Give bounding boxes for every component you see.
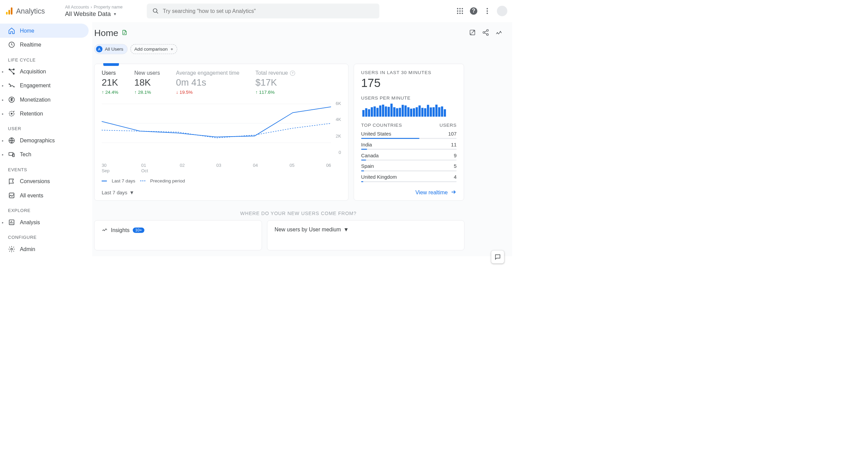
view-realtime-link[interactable]: View realtime [361,189,457,196]
segment-chip[interactable]: A All Users [94,44,127,54]
view-selector-label: All Website Data [65,11,111,18]
nav-retention[interactable]: ▸ Retention [0,107,89,121]
country-row[interactable]: Canada9 [361,150,457,161]
metric-value: $17K [256,77,295,88]
nav-home[interactable]: Home [0,24,89,38]
country-row[interactable]: United Kingdom4 [361,171,457,182]
share-icon[interactable] [482,29,489,37]
minute-bar [371,107,373,117]
nav-conversions[interactable]: Conversions [0,174,89,188]
nav-demographics[interactable]: ▸ Demographics [0,134,89,147]
breadcrumb-property[interactable]: Property name [94,4,123,10]
nav-monetization[interactable]: ▸ Monetization [0,93,89,107]
insights-icon[interactable] [495,29,502,37]
metric-label: Average engagement time [176,70,240,76]
minute-bar [416,107,418,117]
metric-value: 0m 41s [176,77,240,88]
svg-point-39 [500,31,501,32]
minute-bar [393,107,395,117]
minute-bar [374,106,376,117]
chart-legend: Last 7 days Preceding period [102,178,341,184]
origin-dropdown[interactable]: New users by User medium ▼ [275,227,457,233]
country-row[interactable]: United States107 [361,128,457,139]
add-comparison-button[interactable]: Add comparison + [131,44,177,54]
page-title: Home [94,28,118,38]
more-vert-icon[interactable] [483,7,491,15]
svg-point-13 [462,13,463,14]
minute-bar [382,105,384,117]
x-tick: 30Sep [102,163,109,174]
period-selector[interactable]: Last 7 days ▼ [102,190,341,195]
minute-bar [396,108,398,117]
arrow-right-icon [451,189,457,196]
nav-label: Acquisition [20,68,46,74]
nav-all-events[interactable]: All events [0,189,89,202]
countries-header: TOP COUNTRIES USERS [361,123,457,128]
svg-rect-30 [13,154,14,157]
insights-card[interactable]: Insights 10+ [94,220,262,250]
nav-label: Engagement [20,83,50,89]
search-input[interactable] [163,8,374,14]
minute-bar [433,107,435,117]
origin-dropdown-label: New users by User medium [275,227,341,233]
nav-engagement[interactable]: ▸ Engagement [0,78,89,92]
nav-label: Tech [20,152,31,158]
account-selector[interactable]: All Accounts › Property name All Website… [65,4,145,18]
minute-bar [399,108,401,117]
nav-admin[interactable]: Admin [0,242,89,256]
page-status-icon [122,30,128,36]
svg-point-17 [487,10,488,12]
svg-point-37 [487,34,488,35]
chevron-down-icon: ▼ [343,227,349,233]
metric-label: Total revenue ? [256,70,295,76]
svg-point-11 [457,13,458,14]
metric-label: Users [102,70,118,76]
sidebar: Home Realtime LIFE CYCLE ▸ Acquisition ▸… [0,22,92,256]
insights-sparkle-icon [102,227,108,234]
minute-bar [421,108,423,117]
minute-bar [410,109,412,117]
product-logo[interactable]: Analytics [5,6,61,15]
insights-badge: 10+ [133,228,144,233]
section-title-lifecycle: LIFE CYCLE [0,52,92,65]
minute-bar [368,109,370,117]
realtime-title: USERS IN LAST 30 MINUTES [361,70,457,75]
country-row[interactable]: India11 [361,139,457,150]
help-icon[interactable]: ? [290,70,295,75]
avatar[interactable] [497,6,507,16]
nav-label: Admin [20,246,35,252]
help-icon[interactable]: ? [470,7,478,15]
svg-rect-1 [8,10,10,15]
svg-point-16 [487,8,488,10]
feedback-fab[interactable] [491,250,504,263]
customize-icon[interactable] [469,29,476,37]
country-name: Canada [361,153,379,158]
svg-point-23 [9,84,10,85]
insights-label: Insights [111,227,129,233]
segment-label: All Users [105,47,123,52]
nav-analysis[interactable]: ▸ Analysis [0,215,89,229]
svg-point-24 [14,87,14,87]
nav-label: Analysis [20,219,40,225]
apps-icon[interactable] [456,7,464,15]
metric-users[interactable]: Users 21K↑ 24.4% [102,70,118,95]
section-title-events: EVENTS [0,162,92,175]
minute-bar [424,108,426,117]
search-box[interactable] [147,4,379,19]
view-selector[interactable]: All Website Data ▼ [65,11,145,18]
nav-realtime[interactable]: Realtime [0,38,89,52]
nav-acquisition[interactable]: ▸ Acquisition [0,65,89,78]
country-bar [361,181,457,182]
metric-total-revenue[interactable]: Total revenue ?$17K↑ 117.6% [256,70,295,95]
header-bar: Analytics All Accounts › Property name A… [0,0,512,22]
nav-tech[interactable]: ▸ Tech [0,147,89,161]
country-row[interactable]: Spain5 [361,161,457,172]
breadcrumb-root[interactable]: All Accounts [65,4,89,10]
metric-average-engagement-time[interactable]: Average engagement time 0m 41s↓ 19.5% [176,70,240,95]
metric-new-users[interactable]: New users 18K↑ 28.1% [134,70,160,95]
page-actions [469,29,502,37]
section-header-where: WHERE DO YOUR NEW USERS COME FROM? [94,211,502,216]
main-content: Home A All Users Add comparison + [92,22,512,256]
filter-row: A All Users Add comparison + [94,44,502,54]
x-tick: 03 [216,163,221,174]
